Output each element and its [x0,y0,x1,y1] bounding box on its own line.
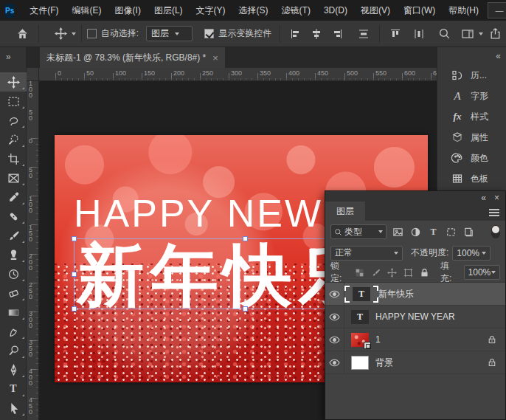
layer-thumbnail-image[interactable] [351,333,369,347]
menu-type[interactable]: 文字(Y) [190,0,232,21]
tab-close-icon[interactable]: × [212,52,218,63]
move-tool-icon[interactable] [55,27,67,40]
fill-field[interactable]: 100% [464,265,500,280]
align-right-edges-icon[interactable] [331,28,343,40]
tool-history-brush[interactable] [0,264,27,283]
layer-row-happy-new-year[interactable]: T HAPPY NEW YEAR [325,306,505,328]
menu-view[interactable]: 视图(V) [354,0,397,21]
layer-name[interactable]: 新年快乐 [378,288,414,300]
layer-name[interactable]: HAPPY NEW YEAR [375,311,455,322]
panel-collapse-icon[interactable]: « [481,193,485,203]
layer-thumbnail-text[interactable]: T [353,287,370,301]
ruler-label: 250 [202,69,213,77]
tool-rectangular-marquee[interactable] [0,92,27,111]
filter-pixel-layer-icon[interactable] [392,226,404,238]
layer-row-1[interactable]: 1 [325,328,505,351]
transform-handle-top-center[interactable] [243,236,248,241]
tool-frame[interactable] [0,168,27,187]
dock-collapse-icon[interactable]: « [437,47,506,65]
menu-help[interactable]: 帮助(H) [442,0,485,21]
tool-eyedropper[interactable] [0,187,27,207]
tool-spot-healing-brush[interactable] [0,207,27,226]
workspace-icon[interactable] [461,28,474,40]
menu-image[interactable]: 图像(I) [108,0,148,21]
auto-select-dropdown[interactable]: 图层 [146,26,193,41]
transform-handle-bottom-left[interactable] [72,306,77,311]
home-icon[interactable] [16,27,29,40]
dock-item-color[interactable]: 颜色 [437,148,506,168]
visibility-toggle[interactable] [325,351,344,373]
lock-pixels-icon[interactable] [370,266,381,279]
panel-close-icon[interactable]: × [494,193,499,203]
workspace-caret[interactable] [479,32,483,35]
tool-type[interactable]: T [0,379,27,399]
align-horizontal-centers-icon[interactable] [311,28,322,40]
distribute-horizontal-centers-icon[interactable] [413,28,425,40]
menu-file[interactable]: 文件(F) [23,0,65,21]
blend-mode-dropdown[interactable]: 正常 [330,246,403,261]
align-left-edges-icon[interactable] [290,28,302,40]
layer-filter-dropdown[interactable]: 类型 [330,224,387,239]
opacity-field[interactable]: 100% [452,246,491,261]
align-top-edges-icon[interactable] [389,28,401,40]
layer-thumbnail-text[interactable]: T [351,310,369,324]
minimize-button[interactable]: — [488,2,506,18]
menu-filter[interactable]: 滤镜(T) [275,0,317,21]
tool-brush[interactable] [0,226,27,245]
show-transform-checkbox[interactable] [204,29,214,38]
layer-thumbnail-background[interactable] [351,356,369,370]
tab-layers[interactable]: 图层 [325,202,365,221]
tool-lasso[interactable] [0,111,27,130]
tool-gradient[interactable] [0,303,27,322]
distribute-vertical-centers-icon[interactable] [358,28,370,40]
tool-move[interactable] [0,72,27,92]
dock-item-history[interactable]: 历... [437,65,506,86]
tool-crop[interactable] [0,149,27,168]
filter-adjustment-layer-icon[interactable] [409,226,422,238]
auto-select-checkbox[interactable] [87,29,97,38]
filter-shape-layer-icon[interactable] [445,226,457,238]
tool-quick-selection[interactable] [0,130,27,149]
visibility-toggle[interactable] [325,328,344,351]
toolbar-expand-icon[interactable]: » [0,47,26,66]
transform-handle-bottom-center[interactable] [243,306,248,311]
tool-clone-stamp[interactable] [0,245,27,264]
tool-smudge[interactable] [0,322,27,341]
filter-smart-object-icon[interactable] [462,226,475,238]
horizontal-ruler[interactable]: 0 50 100 150 200 250 300 350 400 450 500… [39,68,437,81]
lock-all-icon[interactable] [418,266,430,279]
lock-artboard-icon[interactable] [402,266,414,279]
menu-window[interactable]: 窗口(W) [397,0,442,21]
dock-item-styles[interactable]: fx 样式 [437,106,506,127]
menu-layer[interactable]: 图层(L) [148,0,190,21]
layer-name[interactable]: 背景 [375,357,393,369]
search-icon[interactable] [438,27,451,40]
visibility-toggle[interactable] [325,306,344,328]
lock-transparency-icon[interactable] [354,266,366,279]
layer-row-background[interactable]: 背景 [325,351,505,374]
visibility-toggle[interactable] [325,283,344,305]
dock-item-properties[interactable]: 属性 [437,127,506,148]
menu-select[interactable]: 选择(S) [232,0,275,21]
tool-path-selection[interactable] [0,399,27,418]
tool-pen[interactable] [0,360,27,379]
transform-handle-top-left[interactable] [72,236,77,241]
layer-row-xinniankuaile[interactable]: T 新年快乐 [325,283,505,306]
layer-name[interactable]: 1 [375,334,381,345]
tool-dodge[interactable] [0,341,27,360]
menu-3d[interactable]: 3D(D) [317,0,354,21]
layer-lock-icon [488,358,496,367]
share-icon[interactable] [489,27,502,40]
move-tool-caret[interactable] [72,32,76,35]
layer-filter-toggle[interactable] [491,225,500,238]
menu-edit[interactable]: 编辑(E) [66,0,108,21]
filter-type-layer-icon[interactable]: T [427,226,440,238]
lock-position-icon[interactable] [386,266,398,279]
transform-handle-middle-left[interactable] [72,272,77,277]
dock-item-swatches[interactable]: 色板 [437,168,506,189]
document-tab[interactable]: 未标题-1 @ 78.3% (新年快乐, RGB/8#) * × [40,47,225,68]
dock-item-glyphs[interactable]: A 字形 [437,86,506,106]
panel-menu-icon[interactable] [489,209,499,216]
tool-eraser[interactable] [0,283,27,303]
vertical-ruler[interactable]: 100 50 0 50 100 150 200 250 300 350 400 … [27,81,39,420]
